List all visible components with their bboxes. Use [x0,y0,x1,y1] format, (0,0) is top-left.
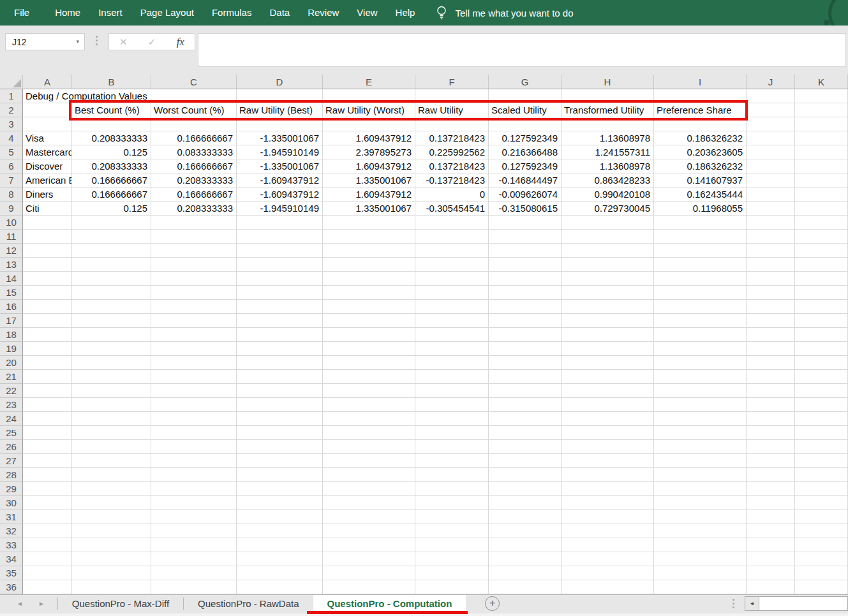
cell-B29[interactable] [72,482,151,496]
cell-J28[interactable] [747,468,795,482]
row-header-29[interactable]: 29 [0,482,23,496]
cell-I15[interactable] [654,286,747,300]
cell-E3[interactable] [323,117,415,131]
cell-F8[interactable]: 0 [415,187,489,202]
cell-G2[interactable]: Scaled Utility [489,103,562,117]
cell-A26[interactable] [23,440,72,454]
cell-I23[interactable] [654,398,747,412]
cell-H5[interactable]: 1.241557311 [562,145,654,159]
cell-I27[interactable] [654,454,747,468]
cell-A11[interactable] [23,230,72,244]
cell-B27[interactable] [72,454,151,468]
ribbon-tab-file[interactable]: File [5,0,38,26]
cell-K26[interactable] [795,440,848,454]
cell-I20[interactable] [654,356,747,370]
row-header-22[interactable]: 22 [0,384,23,398]
cell-E19[interactable] [323,342,415,356]
cell-F2[interactable]: Raw Utility [415,103,489,117]
row-header-3[interactable]: 3 [0,117,23,131]
cell-E6[interactable]: 1.609437912 [323,159,415,173]
cell-D17[interactable] [237,314,323,328]
row-header-24[interactable]: 24 [0,412,23,426]
cell-G6[interactable]: 0.127592349 [489,159,562,173]
cell-G5[interactable]: 0.216366488 [489,145,562,159]
cell-E21[interactable] [323,370,415,384]
row-header-8[interactable]: 8 [0,187,23,202]
cell-J29[interactable] [747,482,795,496]
cell-J13[interactable] [747,258,795,272]
cell-B30[interactable] [72,496,151,510]
cell-K31[interactable] [795,510,848,524]
cell-K3[interactable] [795,117,848,131]
cell-I16[interactable] [654,300,747,314]
cell-H1[interactable] [562,89,654,103]
cell-A16[interactable] [23,300,72,314]
cell-H32[interactable] [562,524,654,538]
cell-D31[interactable] [237,510,323,524]
cell-G24[interactable] [489,412,562,426]
cell-J18[interactable] [747,328,795,342]
cell-B3[interactable] [72,117,151,131]
cell-A2[interactable] [23,103,72,117]
cell-E9[interactable]: 1.335001067 [323,202,415,216]
row-header-20[interactable]: 20 [0,356,23,370]
cell-C33[interactable] [151,538,237,552]
cell-C32[interactable] [151,524,237,538]
cell-D30[interactable] [237,496,323,510]
cell-A22[interactable] [23,384,72,398]
cell-H36[interactable] [562,580,654,594]
cell-F26[interactable] [415,440,489,454]
row-header-10[interactable]: 10 [0,216,23,230]
row-header-1[interactable]: 1 [0,89,23,103]
column-header-B[interactable]: B [72,75,151,89]
cell-H25[interactable] [562,426,654,440]
cell-I14[interactable] [654,272,747,286]
cell-D6[interactable]: -1.335001067 [237,159,323,173]
ribbon-tab-home[interactable]: Home [46,0,89,26]
cell-E1[interactable] [323,89,415,103]
cell-D21[interactable] [237,370,323,384]
cell-D22[interactable] [237,384,323,398]
cell-D29[interactable] [237,482,323,496]
cell-E8[interactable]: 1.609437912 [323,187,415,202]
row-header-18[interactable]: 18 [0,328,23,342]
cell-A28[interactable] [23,468,72,482]
cell-G9[interactable]: -0.315080615 [489,202,562,216]
cell-C2[interactable]: Worst Count (%) [151,103,237,117]
column-header-J[interactable]: J [747,75,795,89]
cell-J4[interactable] [747,131,795,145]
cell-K4[interactable] [795,131,848,145]
cell-J34[interactable] [747,552,795,566]
cell-F36[interactable] [415,580,489,594]
cell-F20[interactable] [415,356,489,370]
cell-I36[interactable] [654,580,747,594]
cell-B23[interactable] [72,398,151,412]
cell-J12[interactable] [747,244,795,258]
column-header-H[interactable]: H [562,75,654,89]
select-all-corner[interactable] [0,75,23,89]
cell-I24[interactable] [654,412,747,426]
cell-K18[interactable] [795,328,848,342]
cell-E28[interactable] [323,468,415,482]
cell-F28[interactable] [415,468,489,482]
cell-A1[interactable]: Debug / Computation Values [23,89,72,103]
cell-K28[interactable] [795,468,848,482]
cell-C18[interactable] [151,328,237,342]
cell-F35[interactable] [415,566,489,580]
cell-J14[interactable] [747,272,795,286]
cell-E18[interactable] [323,328,415,342]
cell-D9[interactable]: -1.945910149 [237,202,323,216]
cell-I12[interactable] [654,244,747,258]
name-box[interactable]: J12 ▾ [5,33,85,50]
cell-F27[interactable] [415,454,489,468]
cell-D14[interactable] [237,272,323,286]
cell-K14[interactable] [795,272,848,286]
cell-F11[interactable] [415,230,489,244]
row-header-21[interactable]: 21 [0,370,23,384]
cell-F13[interactable] [415,258,489,272]
cell-K17[interactable] [795,314,848,328]
cell-C9[interactable]: 0.208333333 [151,202,237,216]
row-header-17[interactable]: 17 [0,314,23,328]
row-header-33[interactable]: 33 [0,538,23,552]
cell-E32[interactable] [323,524,415,538]
